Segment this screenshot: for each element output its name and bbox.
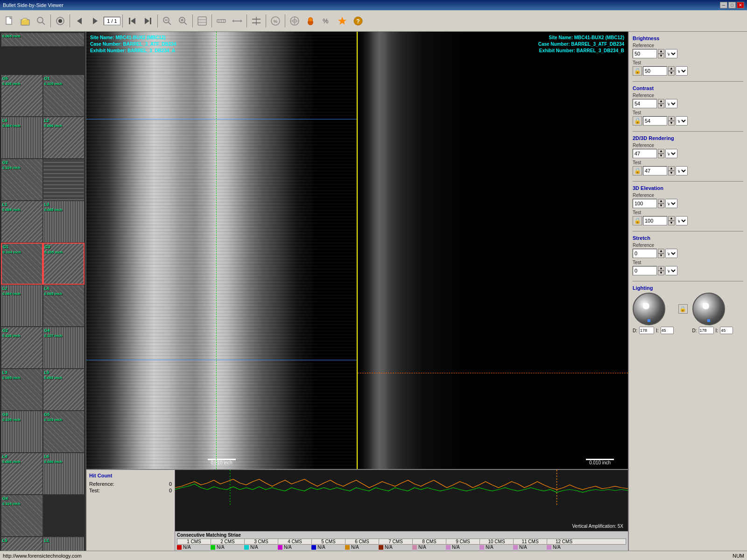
elevation-ref-up[interactable]: ▲ — [658, 199, 664, 203]
thumb-g3-2[interactable]: G30.105 inch — [1, 411, 43, 453]
brightness-test-input[interactable] — [643, 66, 667, 76]
lighting-sphere-visual-1[interactable] — [633, 293, 665, 325]
brightness-lock-button[interactable]: 🔒 — [633, 66, 642, 76]
brightness-test-down[interactable]: ▼ — [668, 71, 675, 76]
brightness-ref-select[interactable]: v — [665, 49, 677, 58]
brightness-ref-up[interactable]: ▲ — [658, 49, 664, 54]
toolbar-star-button[interactable] — [335, 14, 350, 28]
contrast-ref-up[interactable]: ▲ — [658, 99, 664, 104]
thumb-l2-2[interactable]: L20.084 inch — [1, 285, 43, 327]
toolbar-prev-button[interactable] — [72, 14, 87, 28]
elevation-ref-input[interactable] — [633, 199, 657, 208]
stretch-test-down[interactable]: ▼ — [658, 271, 664, 275]
toolbar-zoom-out-button[interactable] — [160, 14, 175, 28]
maximize-button[interactable]: □ — [728, 2, 736, 8]
elevation-test-input[interactable] — [643, 216, 667, 225]
lighting-lock-button[interactable]: 🔒 — [678, 304, 688, 314]
thumb-l1-2[interactable]: L1 — [43, 537, 85, 551]
brightness-test-up[interactable]: ▲ — [668, 66, 675, 71]
toolbar-search-button[interactable] — [34, 14, 49, 28]
elevation-test-up[interactable]: ▲ — [668, 216, 675, 221]
rendering-ref-select[interactable]: v — [665, 149, 677, 158]
i-input-2[interactable] — [720, 327, 733, 334]
thumb-l3-1[interactable]: L30.085 inch — [43, 201, 85, 243]
rendering-ref-up[interactable]: ▲ — [658, 149, 664, 154]
stretch-test-select[interactable]: v — [665, 266, 677, 275]
rendering-ref-down[interactable]: ▼ — [658, 154, 664, 158]
stretch-ref-input[interactable] — [633, 249, 657, 258]
thumb-g1-2[interactable]: G10.104 inch — [1, 243, 43, 285]
toolbar-open-button[interactable] — [18, 14, 33, 28]
toolbar-view-button[interactable] — [195, 14, 210, 28]
lighting-sphere-visual-2[interactable] — [692, 293, 725, 325]
viewer-right[interactable]: Site Name: MBC41-BUX2 (MBC12) Case Numbe… — [358, 32, 628, 469]
toolbar-measure-button[interactable] — [214, 14, 229, 28]
contrast-ref-input[interactable] — [633, 99, 657, 108]
close-button[interactable]: ✕ — [737, 2, 744, 8]
stretch-test-up[interactable]: ▲ — [658, 266, 664, 271]
toolbar-align-button[interactable] — [249, 14, 264, 28]
toolbar-target-button[interactable] — [287, 14, 302, 28]
rendering-ref-input[interactable] — [633, 149, 657, 158]
contrast-test-input[interactable] — [643, 116, 667, 126]
thumb-g2-2[interactable]: G20.106 inch — [1, 327, 43, 369]
toolbar-record-button[interactable] — [53, 14, 68, 28]
toolbar-help-button[interactable]: ? — [351, 14, 366, 28]
thumb-g5[interactable]: G50.106 inch — [1, 75, 43, 117]
thumb-g3-1[interactable]: G30.105 inch — [43, 243, 85, 285]
thumb-l6[interactable]: L60.084 inch — [1, 117, 43, 159]
toolbar-score-button[interactable]: % — [268, 14, 283, 28]
brightness-ref-input[interactable] — [633, 49, 657, 58]
elevation-ref-select[interactable]: v — [665, 199, 677, 208]
contrast-lock-button[interactable]: 🔒 — [633, 116, 642, 126]
brightness-test-select[interactable]: v — [676, 66, 688, 76]
thumb-g5-2[interactable]: G50.103 inch — [43, 411, 85, 453]
rendering-test-down[interactable]: ▼ — [668, 171, 675, 175]
toolbar-horizontal-button[interactable] — [230, 14, 245, 28]
d-input-2[interactable] — [699, 327, 714, 334]
thumb-g1-1[interactable]: G10.105 inch — [43, 75, 85, 117]
toolbar-report-button[interactable] — [303, 14, 318, 28]
d-input-1[interactable] — [639, 327, 654, 334]
brightness-ref-down[interactable]: ▼ — [658, 54, 664, 58]
thumb-l2-1[interactable]: L20.086 inch — [43, 117, 85, 159]
i-input-1[interactable] — [661, 327, 674, 334]
contrast-ref-down[interactable]: ▼ — [658, 104, 664, 108]
thumb-l5-1[interactable]: L50.083 inch — [43, 369, 85, 411]
stretch-ref-down[interactable]: ▼ — [658, 253, 664, 258]
rendering-lock-button[interactable]: 🔒 — [633, 166, 642, 175]
rendering-test-input[interactable] — [643, 166, 667, 175]
viewer-left[interactable]: Site Name: MBC41-BUX2 (MBC12) Case Numbe… — [86, 32, 357, 469]
elevation-lock-button[interactable]: 🔒 — [633, 216, 642, 225]
minimize-button[interactable]: ─ — [720, 2, 727, 8]
contrast-test-select[interactable]: v — [676, 116, 688, 126]
thumb-l5-2[interactable]: L5 — [1, 537, 43, 551]
toolbar-first-button[interactable] — [125, 14, 140, 28]
rendering-test-select[interactable]: v — [676, 166, 688, 175]
toolbar-last-button[interactable] — [141, 14, 155, 28]
stretch-ref-up[interactable]: ▲ — [658, 249, 664, 253]
toolbar-new-button[interactable] — [2, 14, 17, 28]
thumb-l4-2[interactable]: L40.086 inch — [1, 453, 43, 495]
elevation-test-down[interactable]: ▼ — [668, 221, 675, 225]
contrast-ref-select[interactable]: v — [665, 99, 677, 108]
rendering-test-up[interactable]: ▲ — [668, 166, 675, 171]
elevation-test-select[interactable]: v — [676, 216, 688, 225]
thumb-g4-2[interactable]: G40.104 inch — [1, 495, 43, 537]
stretch-test-input[interactable] — [633, 266, 657, 275]
elevation-ref-down[interactable]: ▼ — [658, 203, 664, 208]
toolbar-next-button[interactable] — [88, 14, 103, 28]
thumb-g4-1[interactable]: G40.107 inch — [43, 327, 85, 369]
thumb-l4-1[interactable]: L40.085 inch — [43, 285, 85, 327]
thumb-l6-2[interactable]: L60.086 inch — [43, 453, 85, 495]
toolbar-percent-button[interactable]: % — [319, 14, 334, 28]
thumb-top-partial[interactable]: 0.065 inch — [1, 33, 85, 47]
thumb-empty-1[interactable] — [43, 159, 85, 201]
thumb-l3-2[interactable]: L30.085 inch — [1, 369, 43, 411]
thumb-g2-1[interactable]: G20.104 inch — [1, 159, 43, 201]
contrast-test-down[interactable]: ▼ — [668, 121, 675, 126]
toolbar-zoom-in-button[interactable] — [176, 14, 190, 28]
contrast-test-up[interactable]: ▲ — [668, 116, 675, 121]
thumb-l1[interactable]: L10.084 inch — [1, 201, 43, 243]
stretch-ref-select[interactable]: v — [665, 249, 677, 258]
